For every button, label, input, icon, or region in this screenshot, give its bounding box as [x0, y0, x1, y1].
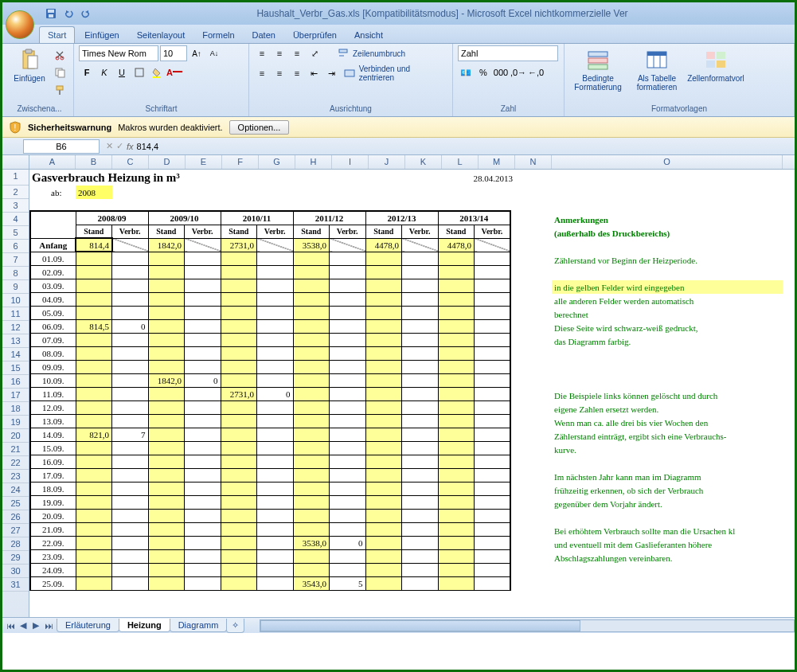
wrap-text-icon[interactable] [335, 45, 351, 61]
row-header-3[interactable]: 3 [2, 199, 29, 213]
font-name-input[interactable] [79, 45, 158, 61]
annot-subheading[interactable]: (außerhalb des Druckbereichs) [552, 226, 783, 240]
row-header-10[interactable]: 10 [2, 294, 29, 307]
row-header-20[interactable]: 20 [2, 429, 29, 443]
align-bottom-icon[interactable]: ≡ [289, 45, 305, 61]
cell-styles-button[interactable]: Zellenformatvorl [687, 45, 744, 83]
col-header-I[interactable]: I [332, 155, 369, 169]
cut-icon[interactable] [52, 47, 68, 63]
scroll-thumb[interactable] [260, 620, 580, 631]
row-header-22[interactable]: 22 [2, 456, 29, 470]
name-box[interactable]: B6 [23, 139, 100, 154]
indent-dec-icon[interactable]: ⇤ [307, 65, 322, 81]
tab-seitenlayout[interactable]: Seitenlayout [129, 27, 193, 43]
tab-ueberpruefen[interactable]: Überprüfen [285, 27, 345, 43]
col-header-F[interactable]: F [222, 155, 259, 169]
row-header-31[interactable]: 31 [2, 578, 29, 592]
font-color-icon[interactable]: A [166, 64, 182, 80]
col-header-O[interactable]: O [552, 155, 783, 169]
cells-area[interactable]: Gasverbrauch Heizung in m³ 28.04.2013 ab… [29, 170, 795, 633]
row-header-17[interactable]: 17 [2, 389, 29, 402]
annot-11[interactable]: kurve. [552, 443, 783, 456]
annot-9[interactable]: Wenn man ca. alle drei bis vier Wochen d… [552, 416, 783, 429]
merge-label[interactable]: Verbinden und zentrieren [359, 64, 447, 82]
cell-ab-label[interactable]: ab: [49, 186, 76, 199]
cell-ab-year[interactable]: 2008 [76, 186, 112, 199]
font-size-input[interactable] [160, 45, 187, 61]
row-header-19[interactable]: 19 [2, 416, 29, 429]
inc-decimal-icon[interactable]: ,0→ [510, 64, 526, 80]
annot-1[interactable]: Zählerstand vor Beginn der Heizperiode. [552, 253, 783, 267]
row-header-30[interactable]: 30 [2, 565, 29, 578]
fx-icon[interactable]: fx [127, 142, 134, 151]
save-icon[interactable] [44, 6, 58, 21]
row-header-2[interactable]: 2 [2, 186, 29, 199]
annot-16[interactable]: und eventuell mit dem Gaslieferanten höh… [552, 537, 783, 551]
annot-10[interactable]: Zählerstand einträgt, ergibt sich eine V… [552, 429, 783, 443]
align-right-icon[interactable]: ≡ [289, 65, 305, 81]
align-top-icon[interactable]: ≡ [254, 45, 270, 61]
row-header-5[interactable]: 5 [2, 226, 29, 240]
undo-icon[interactable] [61, 6, 76, 21]
percent-icon[interactable]: % [475, 64, 491, 80]
col-header-E[interactable]: E [186, 155, 222, 169]
col-header-M[interactable]: M [479, 155, 515, 169]
row-header-11[interactable]: 11 [2, 307, 29, 321]
sheet-tab-erlaeuterung[interactable]: Erläuterung [57, 619, 119, 632]
formula-input[interactable] [134, 142, 795, 151]
security-options-button[interactable]: Optionen... [229, 120, 290, 135]
paste-button[interactable]: Einfügen [10, 45, 49, 83]
row-header-18[interactable]: 18 [2, 402, 29, 416]
align-center-icon[interactable]: ≡ [272, 65, 287, 81]
prev-sheet-icon[interactable]: ◀ [17, 619, 29, 632]
fill-color-icon[interactable] [149, 64, 165, 80]
cancel-formula-icon[interactable]: ✕ [106, 141, 113, 151]
annot-2[interactable]: in die gelben Felder wird eingegeben [552, 280, 783, 294]
italic-button[interactable]: K [96, 64, 112, 80]
accept-formula-icon[interactable]: ✓ [116, 141, 123, 151]
row-header-26[interactable]: 26 [2, 510, 29, 524]
col-header-J[interactable]: J [369, 155, 405, 169]
underline-button[interactable]: U [114, 64, 130, 80]
cell-title[interactable]: Gasverbrauch Heizung in m³ [29, 170, 348, 186]
tab-ansicht[interactable]: Ansicht [346, 27, 391, 43]
annot-12[interactable]: Im nächsten Jahr kann man im Diagramm [552, 470, 783, 483]
grow-font-icon[interactable]: A↑ [189, 45, 205, 61]
horizontal-scrollbar[interactable] [260, 619, 795, 632]
row-header-27[interactable]: 27 [2, 524, 29, 537]
sheet-tab-new[interactable]: ✧ [226, 619, 244, 633]
row-header-6[interactable]: 6 [2, 240, 29, 253]
annot-7[interactable]: Die Beispiele links können gelöscht und … [552, 389, 783, 402]
annot-17[interactable]: Abschlagszahlungen vereinbaren. [552, 551, 783, 565]
annot-3[interactable]: alle anderen Felder werden automatisch [552, 294, 783, 307]
row-header-8[interactable]: 8 [2, 267, 29, 280]
next-sheet-icon[interactable]: ▶ [29, 619, 42, 632]
conditional-format-button[interactable]: Bedingte Formatierung [569, 45, 627, 92]
row-header-13[interactable]: 13 [2, 334, 29, 348]
row-header-24[interactable]: 24 [2, 483, 29, 497]
row-header-25[interactable]: 25 [2, 497, 29, 510]
annot-4[interactable]: berechnet [552, 307, 783, 321]
annot-5[interactable]: Diese Seite wird schwarz-weiß gedruckt, [552, 321, 783, 334]
col-header-G[interactable]: G [259, 155, 295, 169]
number-format-input[interactable] [458, 45, 558, 61]
border-icon[interactable] [131, 64, 147, 80]
annot-14[interactable]: gegenüber dem Vorjahr ändert. [552, 497, 783, 510]
row-header-29[interactable]: 29 [2, 551, 29, 565]
thousands-icon[interactable]: 000 [493, 64, 509, 80]
wrap-label[interactable]: Zeilenumbruch [353, 49, 405, 58]
currency-icon[interactable]: 💶 [458, 64, 474, 80]
col-header-N[interactable]: N [515, 155, 552, 169]
row-header-21[interactable]: 21 [2, 443, 29, 456]
cell-date[interactable]: 28.04.2013 [442, 171, 515, 185]
annot-6[interactable]: das Diagramm farbig. [552, 334, 783, 348]
col-header-K[interactable]: K [405, 155, 442, 169]
align-middle-icon[interactable]: ≡ [272, 45, 287, 61]
bold-button[interactable]: F [79, 64, 95, 80]
row-header-9[interactable]: 9 [2, 280, 29, 294]
shrink-font-icon[interactable]: A↓ [206, 45, 222, 61]
row-header-1[interactable]: 1 [2, 170, 29, 186]
annot-heading[interactable]: Anmerkungen [552, 213, 783, 226]
annot-13[interactable]: frühzeitig erkennen, ob sich der Verbrau… [552, 483, 783, 497]
format-table-button[interactable]: Als Tabelle formatieren [630, 45, 684, 92]
